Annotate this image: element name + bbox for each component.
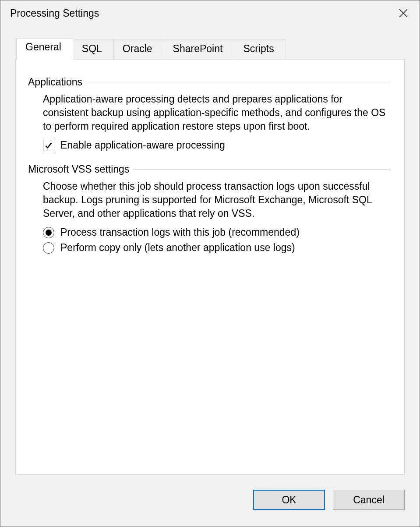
tab-panel-general: Applications Application-aware processin… <box>15 59 405 475</box>
enable-app-aware-label[interactable]: Enable application-aware processing <box>60 139 225 151</box>
processing-settings-dialog: Processing Settings General SQL Oracle S… <box>0 0 420 527</box>
tab-sql[interactable]: SQL <box>73 39 114 60</box>
section-title-vss: Microsoft VSS settings <box>28 163 134 175</box>
titlebar: Processing Settings <box>0 0 420 26</box>
section-divider <box>134 169 390 170</box>
section-vss: Microsoft VSS settings Choose whether th… <box>28 163 390 254</box>
enable-app-aware-checkbox[interactable] <box>43 140 54 151</box>
vss-copy-only-radio[interactable] <box>43 242 54 254</box>
section-header: Microsoft VSS settings <box>28 163 390 175</box>
enable-app-aware-row: Enable application-aware processing <box>43 139 390 151</box>
cancel-button[interactable]: Cancel <box>333 490 405 510</box>
vss-copy-only-label[interactable]: Perform copy only (lets another applicat… <box>60 242 295 254</box>
tab-general[interactable]: General <box>16 38 73 60</box>
section-header: Applications <box>28 76 390 88</box>
close-button[interactable] <box>393 3 413 23</box>
section-applications: Applications Application-aware processin… <box>28 76 390 151</box>
tab-sharepoint[interactable]: SharePoint <box>164 39 235 60</box>
window-title: Processing Settings <box>10 7 393 19</box>
section-divider <box>87 82 390 82</box>
section-title-applications: Applications <box>28 76 87 88</box>
close-icon <box>398 8 409 18</box>
vss-process-logs-label[interactable]: Process transaction logs with this job (… <box>60 226 300 238</box>
vss-description: Choose whether this job should process t… <box>43 180 390 220</box>
vss-process-logs-row: Process transaction logs with this job (… <box>43 226 390 238</box>
dialog-footer: OK Cancel <box>15 483 405 517</box>
ok-button[interactable]: OK <box>253 490 325 510</box>
tab-scripts[interactable]: Scripts <box>234 39 286 60</box>
applications-description: Application-aware processing detects and… <box>43 92 390 133</box>
checkmark-icon <box>44 141 53 150</box>
vss-process-logs-radio[interactable] <box>43 227 54 238</box>
tab-oracle[interactable]: Oracle <box>113 39 164 60</box>
vss-copy-only-row: Perform copy only (lets another applicat… <box>43 242 390 254</box>
content-area: General SQL Oracle SharePoint Scripts Ap… <box>0 26 420 527</box>
tab-strip: General SQL Oracle SharePoint Scripts <box>16 39 405 60</box>
